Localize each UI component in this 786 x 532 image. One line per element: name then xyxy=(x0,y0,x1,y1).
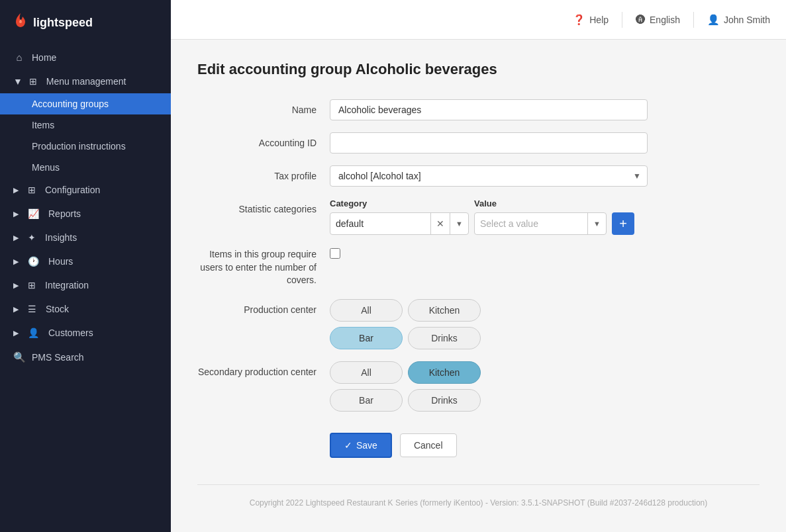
statistic-categories-label: Statistic categories xyxy=(197,199,330,214)
sidebar-item-menus[interactable]: Menus xyxy=(0,157,171,178)
sidebar-item-menu-management[interactable]: ▼ ⊞ Menu management xyxy=(0,69,171,93)
save-icon: ✓ xyxy=(344,440,352,451)
accounting-id-label: Accounting ID xyxy=(197,132,330,148)
home-icon: ⌂ xyxy=(13,52,25,63)
help-button[interactable]: ❓ Help xyxy=(573,14,609,26)
sidebar-item-items[interactable]: Items xyxy=(0,114,171,136)
covers-label: Items in this group require users to ent… xyxy=(197,247,330,287)
value-chevron-icon: ▼ xyxy=(587,212,606,235)
category-dropdown-button[interactable]: ▼ xyxy=(450,212,468,235)
tax-profile-field-wrap: alcohol [Alcohol tax] ▼ xyxy=(330,165,648,187)
secondary-production-center-kitchen-button[interactable]: Kitchen xyxy=(408,361,481,384)
category-header: Category xyxy=(330,199,469,208)
user-menu[interactable]: 👤 John Smith xyxy=(707,14,770,26)
secondary-production-center-bar-button[interactable]: Bar xyxy=(330,389,403,412)
production-center-drinks-button[interactable]: Drinks xyxy=(408,327,481,349)
secondary-production-center-drinks-button[interactable]: Drinks xyxy=(408,389,481,412)
category-input-wrap: ✕ ▼ xyxy=(330,212,469,235)
statistic-categories-content: Category Value ✕ ▼ Select a value xyxy=(330,199,760,235)
sidebar-item-hours[interactable]: ▶ 🕐 Hours xyxy=(0,249,171,273)
name-field-wrap xyxy=(330,99,648,120)
sidebar-item-menu-management-label: Menu management xyxy=(46,76,126,87)
sidebar-item-configuration[interactable]: ▶ ⊞ Configuration xyxy=(0,178,171,202)
sidebar-item-home-label: Home xyxy=(32,52,56,63)
topbar-divider-2 xyxy=(693,12,694,28)
menu-management-subnav: Accounting groups Items Production instr… xyxy=(0,93,171,178)
tax-profile-select[interactable]: alcohol [Alcohol tax] xyxy=(330,165,648,187)
production-center-bar-button[interactable]: Bar xyxy=(330,327,403,349)
sidebar-item-accounting-groups[interactable]: Accounting groups xyxy=(0,93,171,114)
menu-management-icon: ▼ xyxy=(13,76,23,87)
customers-icon: 👤 xyxy=(28,328,39,338)
sidebar-item-production-instructions[interactable]: Production instructions xyxy=(0,136,171,157)
chevron-right-icon-customers: ▶ xyxy=(13,329,19,337)
sidebar: lightspeed ⌂ Home ▼ ⊞ Menu management Ac… xyxy=(0,0,171,532)
value-select[interactable]: Select a value xyxy=(475,214,587,234)
action-buttons: ✓ Save Cancel xyxy=(330,433,760,458)
chevron-right-icon-reports: ▶ xyxy=(13,210,19,218)
reports-icon: 📈 xyxy=(28,208,39,219)
value-header: Value xyxy=(474,199,760,208)
chevron-right-icon-integration: ▶ xyxy=(13,281,19,290)
covers-checkbox-wrap xyxy=(330,247,340,261)
integration-icon: ⊞ xyxy=(28,280,36,290)
production-center-kitchen-button[interactable]: Kitchen xyxy=(408,299,481,322)
secondary-production-center-buttons: All Kitchen Bar Drinks xyxy=(330,361,542,412)
covers-checkbox[interactable] xyxy=(330,248,340,259)
insights-icon: ✦ xyxy=(28,232,36,243)
help-icon: ❓ xyxy=(573,14,585,26)
category-input[interactable] xyxy=(330,214,430,234)
statistic-categories-row: Statistic categories Category Value ✕ ▼ xyxy=(197,199,760,235)
user-icon: 👤 xyxy=(707,14,720,26)
tax-profile-select-wrap: alcohol [Alcohol tax] ▼ xyxy=(330,165,648,187)
chevron-right-icon: ▶ xyxy=(13,186,19,195)
value-input-wrap: Select a value ▼ xyxy=(474,212,607,235)
accounting-id-row: Accounting ID xyxy=(197,132,760,154)
topbar: ❓ Help 🅐 English 👤 John Smith xyxy=(171,0,786,40)
page-title: Edit accounting group Alcoholic beverage… xyxy=(197,61,760,78)
sidebar-item-reports[interactable]: ▶ 📈 Reports xyxy=(0,202,171,226)
production-center-buttons: All Kitchen Bar Drinks xyxy=(330,299,542,349)
tax-profile-row: Tax profile alcohol [Alcohol tax] ▼ xyxy=(197,165,760,187)
category-clear-button[interactable]: ✕ xyxy=(430,212,450,235)
tax-profile-label: Tax profile xyxy=(197,165,330,181)
chevron-right-icon-stock: ▶ xyxy=(13,305,19,314)
production-center-label: Production center xyxy=(197,299,330,315)
add-category-button[interactable]: + xyxy=(612,212,634,235)
secondary-production-center-all-button[interactable]: All xyxy=(330,361,403,384)
name-input[interactable] xyxy=(330,99,648,120)
sidebar-item-home[interactable]: ⌂ Home xyxy=(0,45,171,69)
chevron-right-icon-hours: ▶ xyxy=(13,257,19,266)
menu-icon: ⊞ xyxy=(29,76,37,87)
chevron-right-icon-insights: ▶ xyxy=(13,234,19,242)
footer-text: Copyright 2022 Lightspeed Restaurant K S… xyxy=(250,498,708,508)
sidebar-logo[interactable]: lightspeed xyxy=(0,0,171,45)
sidebar-item-customers[interactable]: ▶ 👤 Customers xyxy=(0,321,171,345)
logo-text: lightspeed xyxy=(33,16,93,30)
stat-cat-headers: Category Value xyxy=(330,199,760,208)
language-selector[interactable]: 🅐 English xyxy=(636,14,680,25)
main-content: ❓ Help 🅐 English 👤 John Smith Edit accou… xyxy=(171,0,786,532)
save-button[interactable]: ✓ Save xyxy=(330,433,392,458)
accounting-id-input[interactable] xyxy=(330,132,648,154)
secondary-production-center-label: Secondary production center xyxy=(197,361,330,377)
footer: Copyright 2022 Lightspeed Restaurant K S… xyxy=(197,484,760,521)
search-icon: 🔍 xyxy=(13,351,25,363)
secondary-production-center-row: Secondary production center All Kitchen … xyxy=(197,361,760,412)
accounting-id-field-wrap xyxy=(330,132,648,154)
production-center-all-button[interactable]: All xyxy=(330,299,403,322)
topbar-divider-1 xyxy=(622,12,622,28)
sidebar-nav: ⌂ Home ▼ ⊞ Menu management Accounting gr… xyxy=(0,45,171,532)
hours-icon: 🕐 xyxy=(28,256,39,267)
name-row: Name xyxy=(197,99,760,120)
config-icon: ⊞ xyxy=(28,185,36,195)
sidebar-item-insights[interactable]: ▶ ✦ Insights xyxy=(0,226,171,249)
sidebar-item-pms-search[interactable]: 🔍 PMS Search xyxy=(0,345,171,370)
logo-icon xyxy=(13,12,28,33)
edit-form: Name Accounting ID Tax profile alco xyxy=(197,99,760,458)
stat-cat-input-row: ✕ ▼ Select a value ▼ + xyxy=(330,212,760,235)
sidebar-item-stock[interactable]: ▶ ☰ Stock xyxy=(0,297,171,321)
language-icon: 🅐 xyxy=(636,14,646,25)
sidebar-item-integration[interactable]: ▶ ⊞ Integration xyxy=(0,273,171,297)
cancel-button[interactable]: Cancel xyxy=(400,433,457,457)
